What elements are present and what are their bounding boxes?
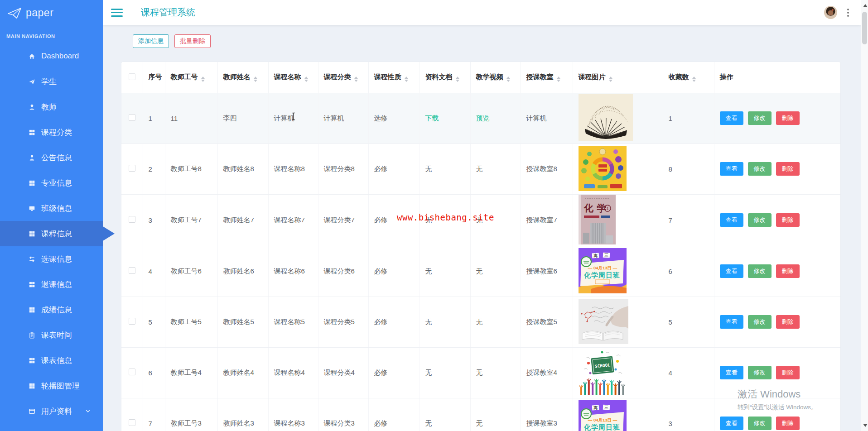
row-checkbox[interactable] (129, 318, 135, 325)
delete-button[interactable]: 删除 (776, 417, 800, 430)
svg-text:三: 三 (604, 405, 608, 410)
select-all-checkbox[interactable] (129, 73, 135, 80)
row-checkbox[interactable] (129, 165, 135, 172)
row-checkbox[interactable] (129, 267, 135, 274)
cell-favorites: 1 (663, 93, 714, 144)
scroll-up-arrow-icon[interactable] (863, 4, 868, 7)
video-value: 无 (476, 267, 483, 275)
column-header-doc[interactable]: 资料文档 (420, 62, 470, 93)
column-header-classroom[interactable]: 授课教室 (521, 62, 573, 93)
sidebar-item-label: 选课信息 (41, 254, 72, 264)
batch-delete-button[interactable]: 批量删除 (174, 34, 211, 48)
cell-actions: 查看修改删除 (714, 297, 840, 347)
sidebar-item-学生[interactable]: 学生 (0, 69, 103, 94)
cell-classroom: 授课教室5 (521, 297, 573, 347)
scroll-down-arrow-icon[interactable] (863, 424, 868, 427)
user-avatar[interactable] (824, 6, 837, 19)
course-image-school-board: SCHOOL (579, 350, 626, 395)
sidebar-item-课程分类[interactable]: 课程分类 (0, 120, 103, 145)
paper-plane-logo-icon (7, 7, 22, 19)
sidebar-item-公告信息[interactable]: 公告信息 (0, 145, 103, 170)
edit-button[interactable]: 修改 (748, 162, 772, 176)
edit-button[interactable]: 修改 (748, 315, 772, 329)
cell-video: 无 (470, 297, 521, 347)
column-label: 课程图片 (579, 73, 606, 81)
view-button[interactable]: 查看 (720, 162, 743, 176)
edit-button[interactable]: 修改 (748, 111, 772, 125)
sidebar-item-label: 学生 (41, 77, 57, 87)
scrollbar-thumb[interactable] (862, 12, 867, 44)
row-checkbox[interactable] (129, 216, 135, 223)
svg-text:— 04月13日 —: — 04月13日 — (588, 417, 617, 422)
add-info-button[interactable]: 添加信息 (133, 34, 169, 48)
sidebar-item-选课信息[interactable]: 选课信息 (0, 246, 103, 272)
cell-index: 2 (143, 144, 165, 194)
column-header-teacher_name[interactable]: 教师姓名 (217, 62, 268, 93)
view-button[interactable]: 查看 (720, 111, 743, 125)
course-image-art-poster (579, 146, 627, 191)
svg-text:— 04月13日 —: — 04月13日 — (588, 265, 617, 270)
view-button[interactable]: 查看 (720, 264, 743, 278)
row-checkbox[interactable] (129, 419, 135, 426)
sidebar-item-课表时间[interactable]: 课表时间 (0, 322, 103, 348)
column-header-teacher_id[interactable]: 教师工号 (165, 62, 217, 93)
sidebar-item-教师[interactable]: 教师 (0, 94, 103, 120)
cell-course-image (573, 144, 663, 194)
sidebar-item-专业信息[interactable]: 专业信息 (0, 170, 103, 196)
cell-course-name: 课程名称7 (268, 194, 318, 246)
preview-link[interactable]: 预览 (476, 114, 490, 122)
column-header-course_type[interactable]: 课程性质 (368, 62, 420, 93)
view-button[interactable]: 查看 (720, 315, 743, 329)
row-checkbox[interactable] (129, 369, 135, 375)
column-label: 授课教室 (526, 73, 554, 81)
more-options-icon[interactable] (845, 7, 851, 19)
sort-carets-icon (456, 77, 459, 82)
sidebar-item-label: 公告信息 (41, 153, 72, 163)
cell-actions: 查看修改删除 (714, 246, 840, 297)
edit-button[interactable]: 修改 (748, 213, 772, 227)
sidebar-item-轮播图管理[interactable]: 轮播图管理 (0, 373, 103, 398)
delete-button[interactable]: 删除 (776, 111, 800, 125)
column-header-course_name[interactable]: 课程名称 (268, 62, 318, 93)
edit-button[interactable]: 修改 (748, 366, 772, 379)
sidebar-item-Dashboard[interactable]: Dashboard (0, 43, 103, 69)
row-checkbox[interactable] (129, 114, 135, 121)
column-header-video[interactable]: 教学视频 (470, 62, 521, 93)
grid-icon (28, 382, 35, 389)
delete-button[interactable]: 删除 (776, 315, 800, 329)
app-logo[interactable]: paper (0, 0, 103, 25)
hamburger-menu-icon[interactable] (111, 8, 124, 18)
view-button[interactable]: 查看 (720, 213, 743, 227)
download-link[interactable]: 下载 (425, 114, 439, 122)
column-label: 教学视频 (476, 73, 503, 81)
logo-text: paper (26, 7, 53, 19)
table-head: 序号教师工号教师姓名课程名称课程分类课程性质资料文档教学视频授课教室课程图片收藏… (121, 62, 840, 93)
delete-button[interactable]: 删除 (776, 162, 800, 176)
sidebar-item-退课信息[interactable]: 退课信息 (0, 272, 103, 297)
sidebar-item-label: 成绩信息 (41, 305, 72, 315)
column-header-course_category[interactable]: 课程分类 (318, 62, 368, 93)
sidebar-item-成绩信息[interactable]: 成绩信息 (0, 297, 103, 322)
vertical-scrollbar[interactable] (861, 0, 868, 431)
cell-doc: 无 (420, 297, 470, 347)
view-button[interactable]: 查看 (720, 366, 743, 379)
sidebar-item-课表信息[interactable]: 课表信息 (0, 348, 103, 373)
sidebar-item-班级信息[interactable]: 班级信息 (0, 196, 103, 221)
sidebar-item-用户资料[interactable]: 用户资料 (0, 398, 103, 424)
svg-text:1: 1 (606, 206, 608, 211)
course-image-chemistry-class-poster: 高 三 — 04月13日 — 化学周日班 (579, 248, 627, 293)
sidebar-item-课程信息[interactable]: 课程信息 (0, 221, 103, 246)
cell-actions: 查看修改删除 (714, 347, 840, 398)
column-header-favorites[interactable]: 收藏数 (663, 62, 714, 93)
delete-button[interactable]: 删除 (776, 213, 800, 227)
cell-teacher-id: 教师工号6 (165, 246, 217, 297)
column-header-image[interactable]: 课程图片 (573, 62, 663, 93)
cell-course-type: 必修 (368, 144, 420, 194)
view-button[interactable]: 查看 (720, 417, 743, 430)
delete-button[interactable]: 删除 (776, 366, 800, 379)
delete-button[interactable]: 删除 (776, 264, 800, 278)
cell-course-name: 课程名称8 (268, 144, 318, 194)
column-header-select (121, 62, 143, 93)
edit-button[interactable]: 修改 (748, 264, 772, 278)
edit-button[interactable]: 修改 (748, 417, 772, 430)
